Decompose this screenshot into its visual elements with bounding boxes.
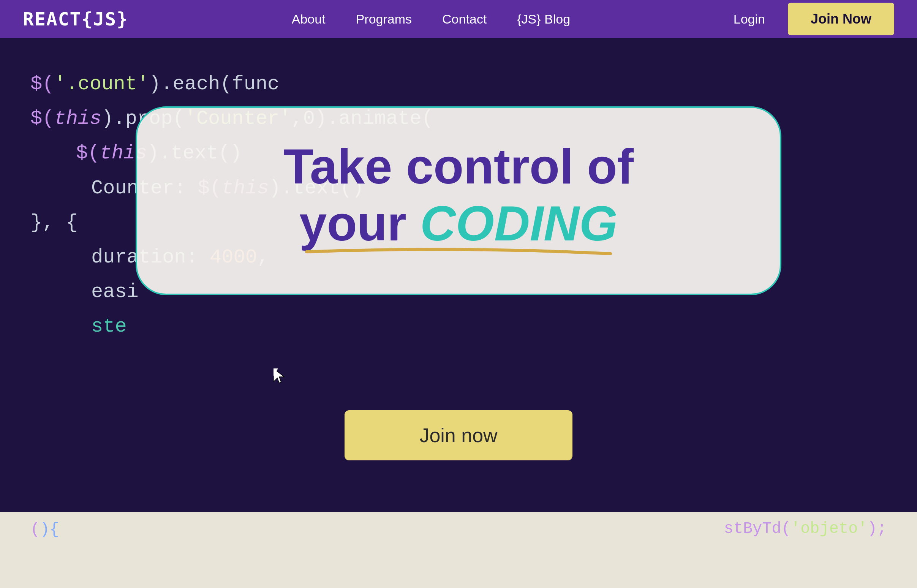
- hero-join-now-button[interactable]: Join now: [344, 410, 573, 460]
- bottom-code-section: (){ stByTd('objeto');: [0, 512, 917, 588]
- hero-title: Take control of your CODING: [183, 138, 734, 252]
- code-line-8: ste: [31, 311, 886, 342]
- hero-title-coding: CODING: [420, 195, 618, 251]
- nav-about[interactable]: About: [292, 12, 326, 26]
- nav-contact[interactable]: Contact: [442, 12, 487, 26]
- nav-links: About Programs Contact {JS} Blog: [292, 12, 570, 27]
- navbar: REACT{JS} About Programs Contact {JS} Bl…: [0, 0, 917, 38]
- nav-blog[interactable]: {JS} Blog: [517, 12, 570, 26]
- hero-section: $('.count').each(func $(this).prop('Coun…: [0, 0, 917, 588]
- nav-programs[interactable]: Programs: [356, 12, 412, 26]
- hero-title-line2: your CODING: [183, 195, 734, 252]
- login-link[interactable]: Login: [733, 12, 765, 27]
- hero-title-line1: Take control of: [183, 138, 734, 195]
- hero-card: Take control of your CODING: [136, 107, 781, 295]
- hero-title-your: your: [299, 195, 420, 251]
- code-line-1: $('.count').each(func: [31, 68, 886, 100]
- site-logo[interactable]: REACT{JS}: [23, 8, 128, 30]
- nav-join-now-button[interactable]: Join Now: [788, 3, 894, 36]
- nav-right: Login Join Now: [733, 3, 894, 36]
